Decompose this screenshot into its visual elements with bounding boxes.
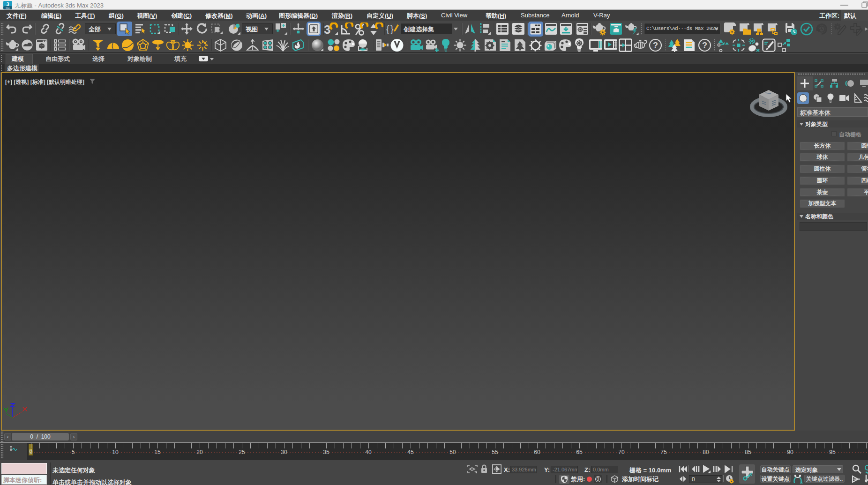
svg-text:3: 3 [6,1,9,7]
svg-text:?: ? [702,41,707,50]
svg-text:?: ? [653,41,658,50]
svg-text:{: { [386,24,389,34]
svg-text:Max: Max [6,7,10,9]
svg-text:}: } [390,24,394,34]
svg-text:3: 3 [324,22,330,36]
